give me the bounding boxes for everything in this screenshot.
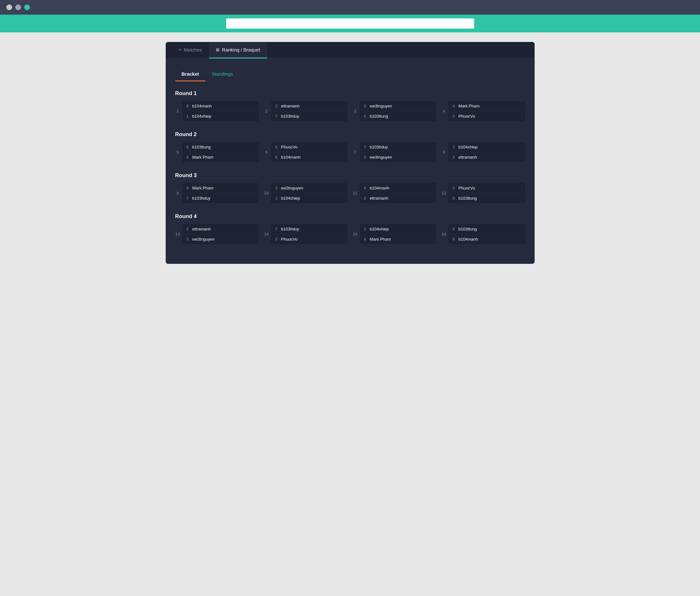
tab-matches[interactable]: ≡ Matches	[172, 42, 209, 58]
tab-ranking-label: Ranking / Braquet	[222, 47, 260, 52]
player-name: b103ttung	[370, 114, 388, 119]
player-name: we3tnguyen	[370, 104, 392, 108]
match-player: 6b103ttung	[182, 142, 259, 152]
match-number: 3	[353, 101, 360, 121]
subtab-standings-label: Standings	[212, 71, 233, 77]
match-box: 4Mark Pham5PhuocVo	[448, 101, 525, 121]
match-box: 3we3tnguyen1b104xhiep	[271, 183, 348, 203]
player-name: b104manh	[193, 104, 212, 108]
round-title: Round 4	[175, 213, 525, 219]
match-card-3: 33we3tnguyen6b103ttung	[353, 101, 436, 121]
player-seed: 6	[363, 114, 367, 119]
match-grid: 132ettramanh3we3tnguyen147b103hduy5Phuoc…	[175, 224, 525, 244]
match-box: 2ettramanh7b103hduy	[271, 101, 348, 121]
player-seed: 5	[452, 186, 456, 190]
match-box: 5PhuocVo8b104manh	[271, 142, 348, 162]
match-grid: 18b104manh1b104xhiep22ettramanh7b103hduy…	[175, 101, 525, 121]
match-player: 3we3tnguyen	[271, 183, 348, 193]
match-card-15: 151b104xhiep4Mark Pham	[353, 224, 436, 244]
match-player: 8b104manh	[182, 101, 259, 111]
player-name: PhuocVo	[458, 186, 475, 190]
player-name: PhuocVo	[281, 145, 298, 149]
player-seed: 4	[185, 155, 190, 160]
player-name: b104xhiep	[193, 114, 211, 119]
subtab-standings[interactable]: Standings	[205, 68, 240, 81]
player-name: b104xhiep	[281, 196, 300, 201]
match-player: 5PhuocVo	[448, 111, 525, 121]
match-player: 5PhuocVo	[271, 234, 348, 244]
match-number: 10	[264, 183, 271, 203]
match-player: 7b103hduy	[182, 193, 259, 203]
match-player: 2ettramanh	[182, 224, 259, 234]
subtab-bracket[interactable]: Bracket	[175, 68, 205, 81]
match-grid: 94Mark Pham7b103hduy103we3tnguyen1b104xh…	[175, 183, 525, 203]
match-box: 8b104manh1b104xhiep	[182, 101, 259, 121]
browser-chrome	[0, 0, 700, 32]
player-seed: 7	[185, 196, 190, 201]
dot-green	[24, 4, 30, 10]
match-card-12: 125PhuocVo6b103ttung	[442, 183, 525, 203]
tab-bar: ≡ Matches ⊞ Ranking / Braquet	[166, 42, 534, 58]
match-player: 6b103ttung	[360, 111, 436, 121]
match-player: 2ettramanh	[360, 193, 436, 203]
match-player: 3we3tnguyen	[360, 101, 436, 111]
match-box: 6b103ttung8b104manh	[448, 224, 525, 244]
match-player: 4Mark Pham	[182, 152, 259, 162]
player-seed: 1	[363, 227, 367, 231]
ranking-icon: ⊞	[216, 47, 220, 52]
player-seed: 7	[363, 145, 367, 149]
player-name: Mark Pham	[193, 186, 214, 190]
match-number: 4	[442, 101, 448, 121]
match-player: 7b103hduy	[360, 142, 436, 152]
match-player: 4Mark Pham	[448, 101, 525, 111]
player-seed: 1	[185, 114, 190, 119]
match-box: 2ettramanh3we3tnguyen	[182, 224, 259, 244]
player-name: b103hduy	[370, 145, 388, 149]
player-name: Mark Pham	[193, 155, 214, 160]
player-seed: 8	[274, 155, 279, 160]
match-player: 1b104xhiep	[360, 224, 436, 234]
player-seed: 2	[363, 196, 367, 201]
player-name: ettramanh	[193, 227, 211, 231]
player-name: b104xhiep	[458, 145, 478, 149]
match-card-6: 65PhuocVo8b104manh	[264, 142, 348, 162]
match-box: 7b103hduy3we3tnguyen	[360, 142, 436, 162]
player-seed: 5	[452, 114, 456, 119]
tab-ranking[interactable]: ⊞ Ranking / Braquet	[209, 42, 267, 58]
player-seed: 5	[274, 237, 279, 241]
match-number: 13	[175, 224, 182, 244]
match-player: 1b104xhiep	[271, 193, 348, 203]
match-number: 6	[264, 142, 271, 162]
player-seed: 2	[274, 104, 279, 108]
match-card-2: 22ettramanh7b103hduy	[264, 101, 348, 121]
player-seed: 8	[452, 237, 456, 241]
dot-red	[6, 4, 12, 10]
round-round-4: Round 4132ettramanh3we3tnguyen147b103hdu…	[175, 213, 525, 244]
subtab-bracket-label: Bracket	[182, 71, 199, 77]
match-number: 5	[175, 142, 182, 162]
browser-address-bar[interactable]	[226, 19, 474, 29]
match-number: 15	[353, 224, 360, 244]
match-player: 3we3tnguyen	[182, 234, 259, 244]
player-seed: 3	[274, 186, 279, 190]
match-card-7: 77b103hduy3we3tnguyen	[353, 142, 436, 162]
match-number: 1	[175, 101, 182, 121]
browser-bar-area	[0, 15, 700, 32]
app-container: ≡ Matches ⊞ Ranking / Braquet Bracket St…	[166, 42, 534, 264]
player-name: we3tnguyen	[370, 155, 392, 160]
player-seed: 4	[363, 237, 367, 241]
match-box: 8b104manh2ettramanh	[360, 183, 436, 203]
match-card-11: 118b104manh2ettramanh	[353, 183, 436, 203]
player-seed: 5	[274, 145, 279, 149]
match-card-14: 147b103hduy5PhuocVo	[264, 224, 348, 244]
player-seed: 8	[185, 104, 190, 108]
player-name: b103hduy	[281, 114, 299, 119]
match-player: 6b103ttung	[448, 193, 525, 203]
match-card-8: 81b104xhiep2ettramanh	[442, 142, 525, 162]
player-seed: 3	[363, 155, 367, 160]
rounds-container: Round 118b104manh1b104xhiep22ettramanh7b…	[175, 90, 525, 244]
round-round-2: Round 256b103ttung4Mark Pham65PhuocVo8b1…	[175, 131, 525, 162]
match-player: 2ettramanh	[271, 101, 348, 111]
match-player: 2ettramanh	[448, 152, 525, 162]
match-player: 8b104manh	[360, 183, 436, 193]
